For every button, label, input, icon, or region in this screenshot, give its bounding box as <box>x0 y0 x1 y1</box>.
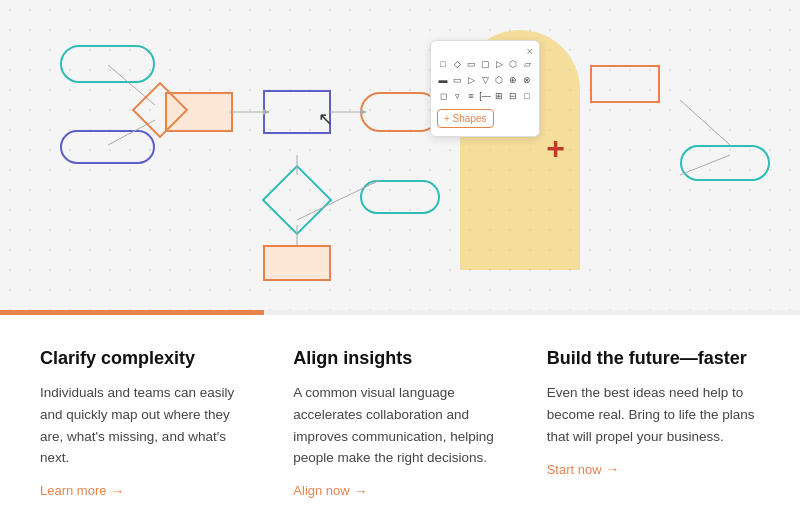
body-clarify: Individuals and teams can easily and qui… <box>40 382 253 468</box>
mouse-cursor: ↖ <box>318 108 333 130</box>
shape-icon: ▭ <box>451 73 463 87</box>
svg-line-10 <box>680 155 730 175</box>
shape-icon: ▭ <box>465 57 477 71</box>
link-build[interactable]: Start now <box>547 461 760 477</box>
shapes-panel: × □ ◇ ▭ ▢ ▷ ⬡ ▱ ▬ ▭ ▷ ▽ ⬡ ⊕ ⊗ ◻ ▿ ≡ [— ⊞… <box>430 40 540 137</box>
diagram-section: ↖ × □ ◇ ▭ ▢ ▷ ⬡ ▱ ▬ ▭ ▷ ▽ ⬡ ⊕ ⊗ ◻ ▿ ≡ [—… <box>0 0 800 310</box>
svg-line-7 <box>297 180 380 220</box>
heading-build: Build the future—faster <box>547 347 760 370</box>
shapes-add-label: + Shapes <box>444 113 487 124</box>
shape-icon: ⊞ <box>493 89 505 103</box>
shape-icon: [— <box>479 89 491 103</box>
content-section: Clarify complexity Individuals and teams… <box>0 315 800 513</box>
heading-clarify: Clarify complexity <box>40 347 253 370</box>
body-align: A common visual language accelerates col… <box>293 382 506 468</box>
shape-icon: ▿ <box>451 89 463 103</box>
progress-fill <box>0 310 264 315</box>
shape-icon: ◇ <box>451 57 463 71</box>
shape-icon: ⊕ <box>507 73 519 87</box>
progress-bar <box>0 310 800 315</box>
shape-icon: ⬡ <box>507 57 519 71</box>
red-plus-icon: + <box>546 130 565 167</box>
shape-icon: ▱ <box>521 57 533 71</box>
shape-icon: ▷ <box>493 57 505 71</box>
shape-icon: ▽ <box>479 73 491 87</box>
panel-close-button[interactable]: × <box>527 45 533 57</box>
shape-icon: ⊟ <box>507 89 519 103</box>
shape-icon: ▢ <box>479 57 491 71</box>
shapes-add-button[interactable]: + Shapes <box>437 109 494 128</box>
svg-marker-3 <box>263 109 270 115</box>
shape-icon: ≡ <box>465 89 477 103</box>
column-align: Align insights A common visual language … <box>293 347 506 499</box>
shape-icon: ◻ <box>437 89 449 103</box>
link-clarify[interactable]: Learn more <box>40 483 253 499</box>
svg-marker-5 <box>360 109 367 115</box>
column-clarify: Clarify complexity Individuals and teams… <box>40 347 253 499</box>
heading-align: Align insights <box>293 347 506 370</box>
shape-icon: □ <box>521 89 533 103</box>
column-build: Build the future—faster Even the best id… <box>547 347 760 499</box>
link-align[interactable]: Align now <box>293 483 506 499</box>
shape-icon: ▷ <box>465 73 477 87</box>
shapes-grid: □ ◇ ▭ ▢ ▷ ⬡ ▱ ▬ ▭ ▷ ▽ ⬡ ⊕ ⊗ ◻ ▿ ≡ [— ⊞ ⊟… <box>437 57 533 103</box>
svg-line-9 <box>680 100 730 145</box>
shape-icon: ⬡ <box>493 73 505 87</box>
diagram-svg <box>0 0 800 310</box>
shape-icon: □ <box>437 57 449 71</box>
body-build: Even the best ideas need help to become … <box>547 382 760 447</box>
shape-icon: ⊗ <box>521 73 533 87</box>
shape-icon: ▬ <box>437 73 449 87</box>
